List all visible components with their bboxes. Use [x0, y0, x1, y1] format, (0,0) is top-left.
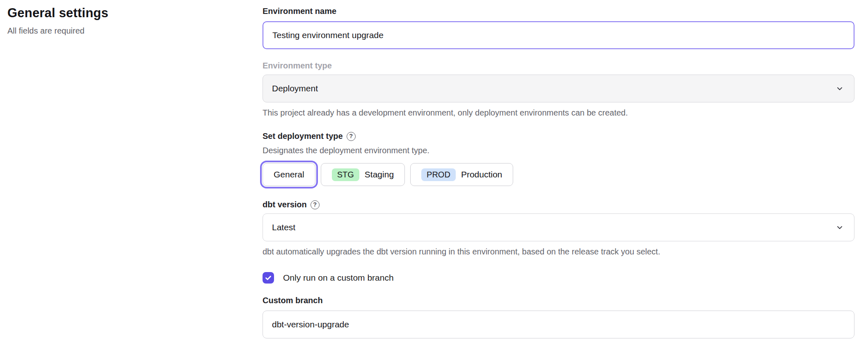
page-subtitle: All fields are required	[7, 26, 254, 36]
dbt-version-value: Latest	[272, 222, 295, 232]
staging-badge: STG	[332, 168, 359, 181]
dbt-version-select[interactable]: Latest	[263, 213, 854, 241]
production-badge: PROD	[421, 168, 456, 181]
checkmark-icon	[265, 274, 272, 281]
deployment-type-general-label: General	[274, 170, 304, 179]
page-header: General settings All fields are required	[7, 6, 254, 36]
page-title: General settings	[7, 6, 254, 20]
deployment-type-options: General STG Staging PROD Production	[263, 161, 854, 188]
custom-branch-label: Custom branch	[263, 295, 854, 306]
help-icon[interactable]: ?	[311, 200, 320, 209]
environment-type-value: Deployment	[272, 84, 318, 93]
environment-type-helper: This project already has a development e…	[263, 107, 854, 118]
deployment-type-production-button[interactable]: PROD Production	[410, 163, 513, 186]
custom-branch-checkbox[interactable]	[263, 272, 274, 284]
deployment-type-general-button[interactable]: General	[263, 163, 315, 186]
deployment-type-production-label: Production	[461, 170, 502, 179]
environment-name-label: Environment name	[263, 6, 854, 17]
deployment-type-staging-button[interactable]: STG Staging	[321, 163, 405, 186]
chevron-down-icon	[835, 223, 844, 232]
environment-type-label: Environment type	[263, 60, 854, 71]
chevron-down-icon	[835, 84, 844, 93]
deployment-type-label: Set deployment type	[263, 131, 343, 142]
general-settings-form: Environment name Environment type Deploy…	[263, 0, 854, 338]
custom-branch-input[interactable]	[263, 311, 854, 338]
help-icon[interactable]: ?	[347, 132, 356, 141]
dbt-version-helper: dbt automatically upgrades the dbt versi…	[263, 246, 854, 257]
deployment-type-helper: Designates the deployment environment ty…	[263, 145, 854, 156]
environment-type-select[interactable]: Deployment	[263, 75, 854, 102]
custom-branch-checkbox-label: Only run on a custom branch	[283, 273, 394, 283]
custom-branch-checkbox-row: Only run on a custom branch	[263, 272, 854, 284]
deployment-type-staging-label: Staging	[365, 170, 394, 179]
dbt-version-label: dbt version	[263, 199, 307, 210]
environment-name-input[interactable]	[263, 21, 854, 49]
